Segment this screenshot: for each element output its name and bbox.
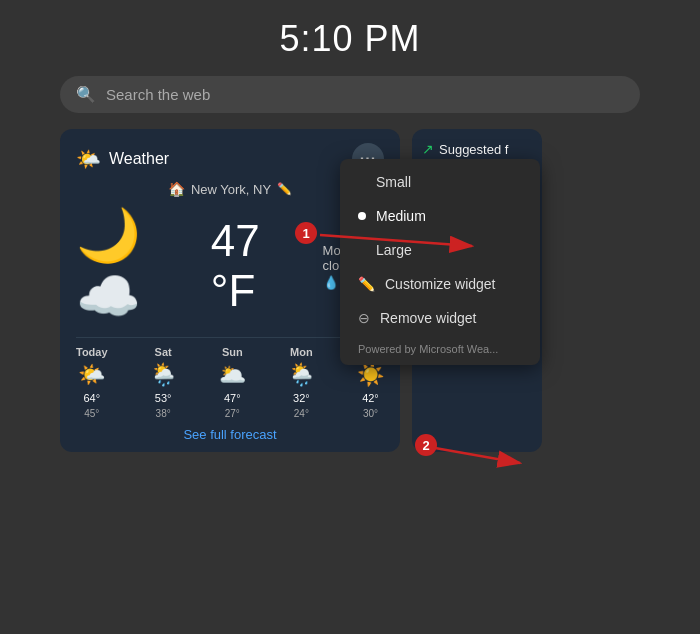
- forecast-day-item: Sun 🌥️ 47° 27°: [219, 346, 246, 419]
- forecast-day-icon: 🌤️: [78, 362, 105, 388]
- location-text: New York, NY: [191, 182, 271, 197]
- forecast-day-high: 32°: [293, 392, 310, 404]
- menu-item-medium[interactable]: Medium: [340, 199, 540, 233]
- time-text: 5:10 PM: [279, 18, 420, 59]
- weather-icon: 🌤️: [76, 147, 101, 171]
- context-menu: SmallMediumLarge✏️Customize widget⊖Remov…: [340, 159, 540, 365]
- forecast-day-label: Mon: [290, 346, 313, 358]
- widget-title: Weather: [109, 150, 169, 168]
- main-weather-icon: 🌙☁️: [76, 205, 199, 327]
- main-background: 5:10 PM 🔍 Search the web 🌤️ Weather ··· …: [0, 0, 700, 634]
- menu-item-small[interactable]: Small: [340, 165, 540, 199]
- time-display: 5:10 PM: [0, 0, 700, 60]
- trending-icon: ↗: [422, 141, 434, 157]
- radio-dot: [358, 212, 366, 220]
- forecast-day-label: Sun: [222, 346, 243, 358]
- menu-item-icon: ⊖: [358, 310, 370, 326]
- main-weather: 🌙☁️ 47 °F Mostly clou 💧 5% 🌬️: [76, 205, 384, 327]
- forecast-row: Today 🌤️ 64° 45° Sat 🌦️ 53° 38° Sun 🌥️ 4…: [76, 337, 384, 419]
- forecast-day-low: 27°: [225, 408, 240, 419]
- see-full-forecast-link[interactable]: See full forecast: [76, 427, 384, 442]
- widgets-row: 🌤️ Weather ··· 🏠 New York, NY ✏️ 🌙☁️ 47 …: [60, 129, 640, 452]
- temperature-display: 47 °F: [211, 216, 311, 316]
- search-icon: 🔍: [76, 85, 96, 104]
- forecast-day-low: 24°: [294, 408, 309, 419]
- forecast-day-label: Sat: [155, 346, 172, 358]
- widget-header: 🌤️ Weather ···: [76, 143, 384, 175]
- suggested-label: Suggested f: [439, 142, 508, 157]
- forecast-day-low: 30°: [363, 408, 378, 419]
- forecast-day-label: Today: [76, 346, 108, 358]
- menu-item-large[interactable]: Large: [340, 233, 540, 267]
- menu-item-customize_widget[interactable]: ✏️Customize widget: [340, 267, 540, 301]
- forecast-day-icon: 🌦️: [150, 362, 177, 388]
- forecast-day-high: 42°: [362, 392, 379, 404]
- forecast-day-high: 64°: [83, 392, 100, 404]
- forecast-day-item: Today 🌤️ 64° 45°: [76, 346, 108, 419]
- forecast-day-icon: 🌥️: [219, 362, 246, 388]
- menu-item-label: Small: [376, 174, 411, 190]
- forecast-day-high: 53°: [155, 392, 172, 404]
- menu-item-label: Medium: [376, 208, 426, 224]
- edit-location-icon[interactable]: ✏️: [277, 182, 292, 196]
- rain-icon: 💧: [323, 275, 339, 290]
- location-row: 🏠 New York, NY ✏️: [76, 181, 384, 197]
- forecast-day-low: 38°: [156, 408, 171, 419]
- forecast-day-low: 45°: [84, 408, 99, 419]
- search-placeholder: Search the web: [106, 86, 210, 103]
- forecast-day-icon: ☀️: [357, 362, 384, 388]
- suggested-header: ↗ Suggested f: [422, 141, 532, 157]
- menu-item-label: Remove widget: [380, 310, 477, 326]
- menu-item-label: Large: [376, 242, 412, 258]
- search-bar[interactable]: 🔍 Search the web: [60, 76, 640, 113]
- menu-item-label: Customize widget: [385, 276, 496, 292]
- menu-item-icon: ✏️: [358, 276, 375, 292]
- forecast-day-item: Mon 🌦️ 32° 24°: [288, 346, 315, 419]
- forecast-day-item: Sat 🌦️ 53° 38°: [150, 346, 177, 419]
- menu-footer: Powered by Microsoft Wea...: [340, 335, 540, 359]
- forecast-day-icon: 🌦️: [288, 362, 315, 388]
- menu-item-remove_widget[interactable]: ⊖Remove widget: [340, 301, 540, 335]
- home-icon: 🏠: [168, 181, 185, 197]
- forecast-day-high: 47°: [224, 392, 241, 404]
- widget-title-row: 🌤️ Weather: [76, 147, 169, 171]
